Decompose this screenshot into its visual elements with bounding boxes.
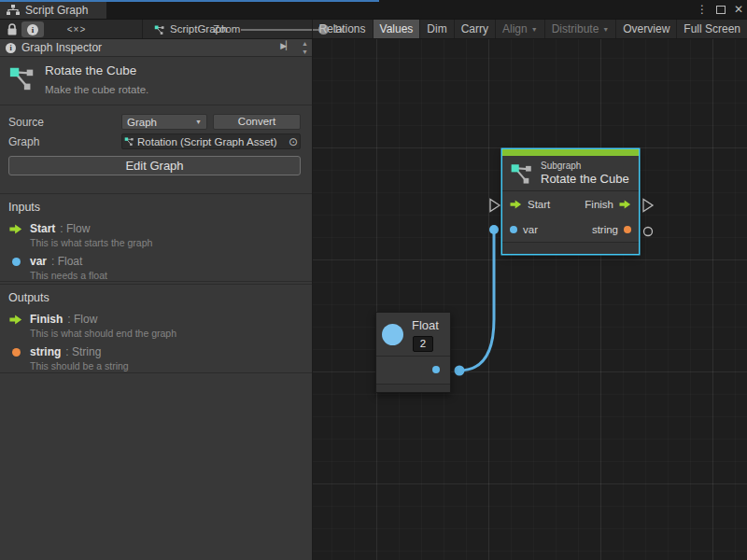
dock-icon[interactable]: ▶▏ — [280, 41, 291, 50]
node-header[interactable]: Float 2 — [376, 313, 450, 357]
string-port-label: string — [592, 224, 618, 235]
edit-graph-button[interactable]: Edit Graph — [8, 156, 301, 175]
float-value-input[interactable]: 2 — [413, 336, 433, 352]
spin-down-icon[interactable]: ▼ — [302, 48, 308, 56]
object-picker-icon[interactable]: ⊙ — [289, 135, 298, 148]
chevron-down-icon: ▼ — [531, 26, 538, 33]
value-port-row: var string — [502, 217, 639, 242]
port-description: This should be a string — [30, 360, 312, 371]
chevron-down-icon: ▼ — [602, 26, 609, 33]
dim-button[interactable]: Dim — [419, 20, 453, 38]
wire-layer — [313, 39, 747, 560]
carry-button[interactable]: Carry — [454, 20, 495, 38]
relations-button[interactable]: Relations — [312, 20, 373, 38]
full-screen-button[interactable]: Full Screen — [676, 20, 747, 38]
flow-arrow-icon[interactable] — [510, 200, 522, 209]
graph-title: Rotate the Cube — [45, 63, 136, 77]
code-preview-button[interactable]: <×> — [62, 21, 92, 37]
flow-arrow-icon — [9, 224, 22, 234]
zoom-label: Zoom — [213, 23, 240, 35]
string-port-icon — [12, 348, 21, 357]
flow-arrow-icon — [9, 315, 22, 325]
panel-spinner[interactable]: ▲ ▼ — [302, 39, 308, 56]
port-description: This is what starts the graph — [30, 237, 312, 248]
script-graph-icon — [8, 64, 36, 92]
float-output-port[interactable] — [432, 366, 440, 373]
menu-icon[interactable]: ⋮ — [697, 2, 708, 17]
toolbar-separator — [142, 20, 143, 38]
graph-inspector-panel: i Graph Inspector ▶▏ ▲ ▼ Rotate the Cube… — [0, 39, 313, 560]
lock-icon[interactable] — [7, 23, 18, 35]
port-entry-var: var : Float — [0, 255, 312, 268]
finish-port-label: Finish — [585, 199, 613, 210]
overview-button[interactable]: Overview — [615, 20, 676, 38]
info-icon: i — [27, 24, 38, 35]
script-graph-icon — [510, 161, 534, 186]
float-type-icon — [382, 324, 403, 345]
node-footer — [376, 384, 450, 392]
align-dropdown-button[interactable]: Align▼ — [495, 20, 544, 38]
source-dropdown[interactable]: Graph ▼ — [121, 114, 207, 130]
outputs-title: Outputs — [0, 285, 312, 306]
start-port-label: Start — [528, 199, 550, 210]
graph-summary: Make the cube rotate. — [45, 84, 148, 95]
source-label: Source — [8, 116, 44, 129]
chevron-down-icon: ▼ — [195, 119, 202, 125]
node-body — [376, 357, 450, 384]
graph-output-flow-port[interactable] — [643, 200, 653, 212]
float-to-var-wire[interactable] — [459, 230, 494, 371]
wire-start-dot[interactable] — [455, 366, 465, 376]
script-graph-icon — [154, 24, 165, 35]
graph-toolbar: i <×> ScriptGraph Zoom 1x Relations Valu… — [0, 19, 747, 39]
info-icon: i — [6, 43, 16, 53]
port-description: This needs a float — [30, 270, 312, 281]
divider — [0, 105, 312, 105]
toolbar-buttons: Relations Values Dim Carry Align▼ Distri… — [312, 20, 747, 38]
values-button[interactable]: Values — [373, 20, 420, 38]
inputs-title: Inputs — [0, 194, 312, 216]
wire-end-dot[interactable] — [489, 225, 499, 234]
close-icon[interactable]: ✕ — [734, 2, 743, 17]
node-title: Float — [412, 318, 439, 332]
var-port-icon[interactable] — [510, 226, 517, 233]
node-kind-label: Subgraph — [541, 161, 629, 171]
port-entry-finish: Finish : Flow — [0, 313, 312, 326]
inspector-toggle-button[interactable]: i — [21, 21, 44, 37]
node-title: Rotate the Cube — [541, 172, 629, 186]
inspector-title: Graph Inspector — [21, 41, 102, 54]
spin-up-icon[interactable]: ▲ — [302, 39, 308, 48]
tab-script-graph[interactable]: Script Graph — [0, 2, 106, 19]
script-graph-icon — [124, 136, 134, 147]
graph-asset-field[interactable]: Rotation (Script Graph Asset) ⊙ — [121, 133, 301, 149]
inspector-header: i Graph Inspector ▶▏ ▲ ▼ — [0, 39, 312, 57]
inputs-section: Inputs Start : Flow This is what starts … — [0, 193, 312, 282]
port-entry-string: string : String — [0, 345, 312, 358]
node-color-bar — [502, 149, 639, 156]
tab-title: Script Graph — [25, 4, 88, 17]
port-description: This is what should end the graph — [30, 328, 312, 339]
title-bar: Script Graph ⋮ ✕ — [0, 0, 747, 19]
outputs-section: Outputs Finish : Flow This is what shoul… — [0, 284, 312, 373]
graph-hierarchy-icon — [7, 5, 20, 16]
port-entry-start: Start : Flow — [0, 222, 312, 235]
node-footer — [502, 242, 639, 254]
distribute-dropdown-button[interactable]: Distribute▼ — [544, 20, 616, 38]
window-controls: ⋮ ✕ — [697, 2, 743, 17]
graph-input-flow-port[interactable] — [490, 200, 500, 212]
flow-arrow-icon[interactable] — [619, 200, 631, 209]
graph-label: Graph — [8, 135, 39, 148]
flow-port-row: Start Finish — [502, 191, 639, 217]
string-port-icon[interactable] — [624, 226, 631, 233]
float-port-icon — [12, 258, 21, 266]
float-node[interactable]: Float 2 — [375, 312, 451, 393]
graph-canvas[interactable]: Subgraph Rotate the Cube Start Finish va… — [313, 39, 747, 560]
node-header[interactable]: Subgraph Rotate the Cube — [502, 156, 639, 191]
var-port-label: var — [523, 224, 538, 235]
convert-button[interactable]: Convert — [213, 114, 301, 130]
graph-output-value-port[interactable] — [644, 228, 653, 236]
maximize-icon[interactable] — [716, 6, 726, 14]
subgraph-node[interactable]: Subgraph Rotate the Cube Start Finish va… — [502, 149, 639, 254]
